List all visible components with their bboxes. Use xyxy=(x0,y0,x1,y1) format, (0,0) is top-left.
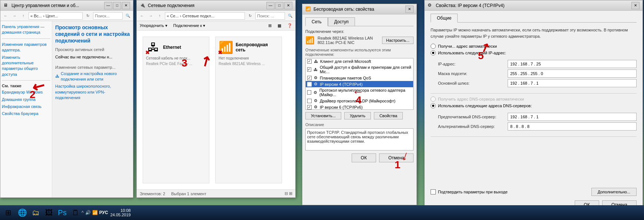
win4-mask-input[interactable] xyxy=(508,70,637,78)
win1-maximize[interactable]: □ xyxy=(113,2,121,9)
taskbar-app-note[interactable]: 🗒 xyxy=(70,207,82,219)
tray-chevron[interactable]: ^ xyxy=(82,210,84,215)
win2-forward[interactable]: → xyxy=(147,12,155,20)
taskbar-app-photo[interactable]: 🖼 xyxy=(43,207,55,219)
win4-auto-ip-radio[interactable]: Получи... адрес автоматически xyxy=(431,44,637,49)
comp-label-2: Общий доступ к файлам и принтерам для се… xyxy=(320,65,412,74)
win3-tab-access[interactable]: Доступ xyxy=(328,17,355,26)
sidebar-homegroup[interactable]: Домашняя группа xyxy=(2,97,50,102)
win1-up[interactable]: ↑ xyxy=(20,12,27,20)
win4-preferred-dns-input[interactable] xyxy=(508,113,637,121)
win3-components-list: ✓ 🖧 Клиент для сетей Microsoft ✓ 🖧 Общий… xyxy=(305,58,414,110)
win2-refresh[interactable]: ↻ xyxy=(246,12,254,20)
comp-check-7[interactable]: ✓ xyxy=(307,105,312,109)
win1-title: Центр управления сетями и об... xyxy=(11,3,104,8)
win4-confirm-checkbox[interactable] xyxy=(431,189,436,194)
win1-refresh[interactable]: ↻ xyxy=(84,12,92,20)
tray-lang[interactable]: РУС xyxy=(99,210,108,215)
start-button[interactable]: ⊞ xyxy=(1,207,15,219)
win4-alternate-dns-input[interactable] xyxy=(508,122,637,131)
win3-tab-network[interactable]: Сеть xyxy=(305,17,328,26)
comp-check-6[interactable] xyxy=(307,99,312,103)
win4-manual-ip-radio[interactable]: Использовать следующий IP-адрес: xyxy=(431,50,637,55)
comp-qos[interactable]: ✓ ⚙ Планировщик пакетов QoS xyxy=(306,75,413,81)
taskbar-app-ps[interactable]: Ps xyxy=(56,207,68,219)
comp-lldp[interactable]: ⚙ Драйвер протокола LLDP (Майкрософт) xyxy=(306,98,413,104)
win4-manual-dns-dot[interactable] xyxy=(431,103,436,108)
win1-search-btn[interactable]: 🔍 xyxy=(124,12,132,20)
comp-microsoft-client[interactable]: ✓ 🖧 Клиент для сетей Microsoft xyxy=(306,58,413,64)
sidebar-browser-props[interactable]: Свойства браузера xyxy=(2,111,50,116)
comp-ipv4[interactable]: ✓ ⚙ IP версии 4 (TCP/IPv4) xyxy=(306,81,413,87)
win3-install-btn[interactable]: Установить... xyxy=(305,112,341,119)
win1-setup-link[interactable]: Настройка широкополосного, коммутируемог… xyxy=(55,84,130,101)
win4-ip-input[interactable] xyxy=(508,60,637,68)
win4-manual-ip-dot[interactable] xyxy=(431,50,436,55)
tray-network[interactable]: 📶 xyxy=(92,210,98,215)
win4-auto-dns-radio[interactable]: Получить адрес DNS-сервера автоматически xyxy=(431,97,637,102)
win4-advanced-btn[interactable]: Дополнительно... xyxy=(591,188,637,196)
win2-up[interactable]: ↑ xyxy=(156,12,163,20)
win2-maximize[interactable]: □ xyxy=(275,2,283,9)
win2-close[interactable]: ✕ xyxy=(284,2,292,9)
win1-back[interactable]: ← xyxy=(2,12,9,20)
win3-body: Сеть Доступ Подключение через: 📶 Realtek… xyxy=(302,14,416,205)
sidebar-infrared[interactable]: Инфракрасная связь xyxy=(2,104,50,109)
comp-file-sharing[interactable]: ✓ 🖧 Общий доступ к файлам и принтерам дл… xyxy=(306,64,413,75)
comp-check-1[interactable]: ✓ xyxy=(307,59,312,64)
comp-check-5[interactable] xyxy=(307,90,311,95)
win3-adapter-icon: 📶 xyxy=(305,36,315,45)
comp-check-4[interactable]: ✓ xyxy=(307,82,312,87)
titlebar-win2: 🔌 Сетевые подключения — □ ✕ xyxy=(137,0,295,11)
win2-back[interactable]: ← xyxy=(138,12,146,20)
taskbar-app-explorer[interactable]: 🗂 xyxy=(30,207,42,219)
sidebar-change-adapter[interactable]: Изменение параметров адаптера. xyxy=(2,42,50,53)
comp-check-3[interactable]: ✓ xyxy=(307,76,312,80)
win4-auto-dns-dot[interactable] xyxy=(431,97,436,102)
win1-breadcrumb[interactable]: « Вс... › Цент... xyxy=(29,12,83,20)
conn-wireless[interactable]: 📶 ✖ Беспроводная сеть Нет подключения Re… xyxy=(215,37,282,183)
sidebar-home[interactable]: Панель управления — домашняя страница xyxy=(2,24,50,35)
sidebar-firewall[interactable]: Брандмауэр Windows xyxy=(2,89,50,95)
win1-icon: 🖥 xyxy=(3,3,9,9)
ethernet-x-icon: ✖ xyxy=(145,50,150,55)
win4-tab-general[interactable]: Общие xyxy=(431,14,458,23)
taskbar-clock[interactable]: 10:08 24.05.2019 xyxy=(110,208,131,217)
win4-auto-ip-dot[interactable] xyxy=(431,44,436,49)
win4-close[interactable]: ✕ xyxy=(631,2,640,9)
taskbar-app-browser[interactable]: 🌐 xyxy=(16,207,28,219)
win2-connect-btn[interactable]: Подключение к ▾ xyxy=(172,23,207,28)
win2-organize-btn[interactable]: Упорядочить ▾ xyxy=(138,23,169,28)
win4-description: Параметры IP можно назначать автоматичес… xyxy=(431,27,637,39)
comp-ipv6[interactable]: ✓ ⚙ IP версии 6 (TCP/IPv6) xyxy=(306,104,413,110)
win2-pane-icon[interactable]: ▦ xyxy=(276,23,283,28)
win1-minimize[interactable]: — xyxy=(104,2,112,9)
win3-ok-cancel: ОК Отмена xyxy=(305,153,414,162)
win3-properties-btn[interactable]: Свойства xyxy=(374,112,403,119)
win3-configure-btn[interactable]: Настроить... xyxy=(382,37,414,44)
win2-minimize[interactable]: — xyxy=(266,2,275,9)
win1-close[interactable]: ✕ xyxy=(122,2,130,9)
win1-search[interactable] xyxy=(93,12,123,20)
win3-cancel-btn[interactable]: Отмена xyxy=(379,153,414,162)
conn-ethernet[interactable]: 🖧 ✖ Ethernet Сетевой кабель не подк... R… xyxy=(143,37,209,183)
conn-ethernet-info: Ethernet xyxy=(163,45,181,50)
win4-manual-dns-radio[interactable]: Использовать следующие адреса DNS-сервер… xyxy=(431,103,637,108)
win2-search[interactable] xyxy=(255,12,285,20)
sidebar-change-sharing[interactable]: Изменить дополнительные параметры общего… xyxy=(2,55,50,78)
tray-volume[interactable]: 🔊 xyxy=(85,210,91,215)
conn-ethernet-status: Сетевой кабель не подк... xyxy=(146,56,206,60)
win3-delete-btn[interactable]: Удалить xyxy=(344,112,371,119)
win3-close[interactable]: ✕ xyxy=(405,6,414,13)
win3-adapter-row: 📶 Realtek 8821AE Wireless LAN 802.11ac P… xyxy=(305,36,414,45)
win1-forward[interactable]: → xyxy=(11,12,18,20)
comp-multiplexor[interactable]: ⚙ Протокол мультиплексора сетевого адапт… xyxy=(306,87,413,98)
win2-help-icon[interactable]: ❓ xyxy=(286,23,294,28)
win2-search-btn[interactable]: 🔍 xyxy=(286,12,294,20)
win2-view-icon[interactable]: ⊞ xyxy=(267,23,273,28)
win2-breadcrumb[interactable]: « Се... › Сетевые подкл... xyxy=(165,12,245,20)
comp-check-2[interactable]: ✓ xyxy=(307,67,311,72)
win1-create-link[interactable]: 🖧 Создание и настройка нового подключени… xyxy=(55,71,130,82)
win3-ok-btn[interactable]: ОК xyxy=(352,153,376,162)
win4-gateway-input[interactable] xyxy=(508,79,637,87)
